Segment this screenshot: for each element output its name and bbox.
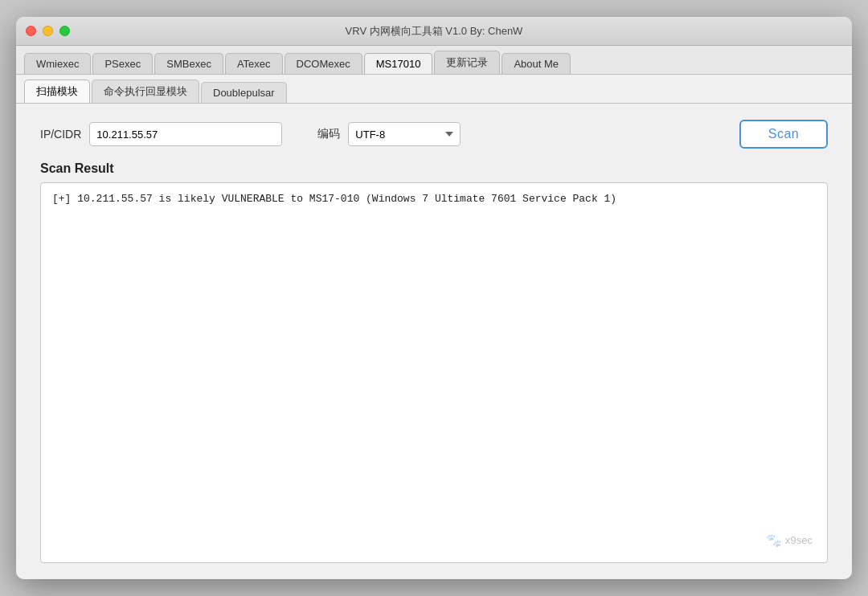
window-controls (26, 26, 70, 36)
watermark-icon: 🐾 (766, 530, 782, 551)
minimize-button[interactable] (43, 26, 53, 36)
result-title: Scan Result (40, 161, 828, 176)
encoding-label: 编码 (317, 127, 340, 141)
main-content: IP/CIDR 编码 UTF-8 GBK GB2312 Scan Scan Re… (16, 104, 852, 579)
tab-ms17010[interactable]: MS17010 (364, 53, 433, 74)
ip-field-group: IP/CIDR (40, 122, 282, 146)
watermark: 🐾 x9sec (766, 530, 813, 551)
tab-wmiexec[interactable]: Wmiexec (24, 53, 91, 74)
watermark-text: x9sec (785, 533, 813, 549)
tab-psexec[interactable]: PSexec (92, 53, 153, 74)
app-window: VRV 内网横向工具箱 V1.0 By: ChenW Wmiexec PSexe… (16, 17, 852, 579)
result-box: [+] 10.211.55.57 is likely VULNERABLE to… (40, 182, 828, 563)
result-content: [+] 10.211.55.57 is likely VULNERABLE to… (52, 193, 616, 205)
encoding-select[interactable]: UTF-8 GBK GB2312 (348, 122, 461, 146)
titlebar: VRV 内网横向工具箱 V1.0 By: ChenW (16, 17, 852, 46)
subtab-scan[interactable]: 扫描模块 (24, 80, 90, 103)
window-title: VRV 内网横向工具箱 V1.0 By: ChenW (346, 24, 523, 39)
top-tab-bar: Wmiexec PSexec SMBexec ATexec DCOMexec M… (16, 46, 852, 75)
subtab-doublepulsar[interactable]: Doublepulsar (201, 82, 287, 103)
tab-changelog[interactable]: 更新记录 (434, 51, 500, 74)
scan-button[interactable]: Scan (739, 120, 828, 149)
scan-row: IP/CIDR 编码 UTF-8 GBK GB2312 Scan (40, 120, 828, 149)
sub-tab-bar: 扫描模块 命令执行回显模块 Doublepulsar (16, 75, 852, 104)
ip-label: IP/CIDR (40, 128, 81, 141)
encoding-field-group: 编码 UTF-8 GBK GB2312 (317, 122, 461, 146)
maximize-button[interactable] (59, 26, 70, 36)
close-button[interactable] (26, 26, 36, 36)
tab-dcomexec[interactable]: DCOMexec (285, 53, 362, 74)
tab-atexec[interactable]: ATexec (225, 53, 283, 74)
tab-aboutme[interactable]: About Me (502, 53, 571, 74)
subtab-exec[interactable]: 命令执行回显模块 (92, 80, 199, 103)
result-section: Scan Result [+] 10.211.55.57 is likely V… (40, 161, 828, 563)
ip-input[interactable] (89, 122, 282, 146)
tab-smbexec[interactable]: SMBexec (154, 53, 223, 74)
